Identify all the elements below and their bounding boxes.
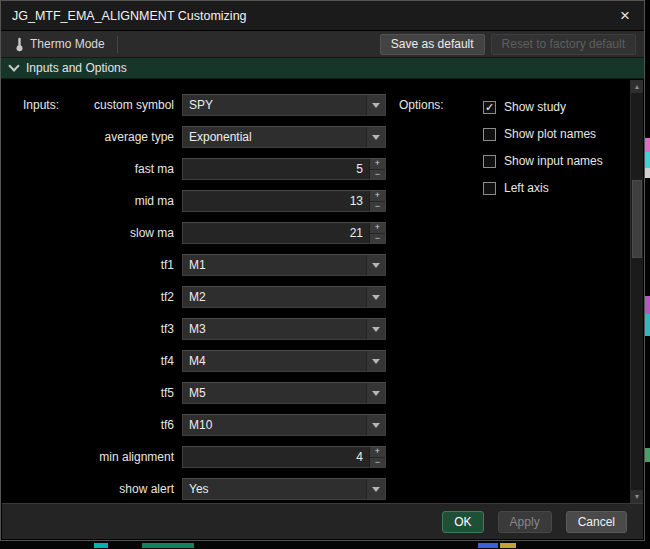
chevron-down-triangle xyxy=(372,103,380,108)
increment-button[interactable]: + xyxy=(370,447,385,457)
dropdown-show-alert[interactable]: Yes xyxy=(182,478,386,500)
form-row-mid-ma: mid ma13+− xyxy=(2,190,386,212)
dropdown-value: Yes xyxy=(183,479,366,499)
dropdown-tf2[interactable]: M2 xyxy=(182,286,386,308)
spinner-buttons: +− xyxy=(369,447,385,467)
input-label-tf1: tf1 xyxy=(2,258,182,272)
chart-edge-pixels xyxy=(645,314,650,336)
input-label-show-alert: show alert xyxy=(2,482,182,496)
save-as-default-button[interactable]: Save as default xyxy=(380,34,485,55)
spinner-value: 13 xyxy=(183,191,369,211)
form-row-tf5: tf5M5 xyxy=(2,382,386,404)
cancel-button[interactable]: Cancel xyxy=(566,511,627,533)
checkbox-checked-icon[interactable]: ✓ xyxy=(483,101,496,114)
input-label-mid-ma: mid ma xyxy=(2,194,182,208)
chevron-down-icon xyxy=(366,255,385,275)
dropdown-tf1[interactable]: M1 xyxy=(182,254,386,276)
increment-button[interactable]: + xyxy=(370,159,385,169)
thermometer-icon xyxy=(15,37,24,52)
dropdown-value: M5 xyxy=(183,383,366,403)
checkbox-unchecked-icon[interactable] xyxy=(483,182,496,195)
dropdown-tf6[interactable]: M10 xyxy=(182,414,386,436)
background-chart-bottom-edge xyxy=(0,541,650,549)
chevron-down-icon xyxy=(366,383,385,403)
section-header-inputs-and-options[interactable]: Inputs and Options xyxy=(1,58,644,79)
checkbox-label: Show input names xyxy=(504,154,603,168)
input-label-tf4: tf4 xyxy=(2,354,182,368)
dropdown-tf5[interactable]: M5 xyxy=(182,382,386,404)
close-icon[interactable]: × xyxy=(617,7,633,24)
checkbox-unchecked-icon[interactable] xyxy=(483,128,496,141)
form-row-tf2: tf2M2 xyxy=(2,286,386,308)
chart-edge-pixels xyxy=(645,296,650,314)
spinner-min-alignment[interactable]: 4+− xyxy=(182,446,386,468)
toolbar: Thermo Mode Save as default Reset to fac… xyxy=(1,31,644,58)
dropdown-tf3[interactable]: M3 xyxy=(182,318,386,340)
decrement-button[interactable]: − xyxy=(370,233,385,244)
form-row-tf6: tf6M10 xyxy=(2,414,386,436)
chevron-down-triangle xyxy=(372,327,380,332)
input-label-tf6: tf6 xyxy=(2,418,182,432)
checkbox-row-show-plot-names[interactable]: Show plot names xyxy=(483,123,603,145)
input-label-fast-ma: fast ma xyxy=(2,162,182,176)
chevron-down-triangle xyxy=(372,487,380,492)
increment-button[interactable]: + xyxy=(370,191,385,201)
chart-edge-pixels xyxy=(478,543,498,548)
decrement-button[interactable]: − xyxy=(370,169,385,180)
chevron-down-triangle xyxy=(372,359,380,364)
chevron-down-icon xyxy=(366,319,385,339)
input-label-custom-symbol: custom symbol xyxy=(2,98,182,112)
form-row-slow-ma: slow ma21+− xyxy=(2,222,386,244)
chevron-down-icon xyxy=(366,479,385,499)
checkbox-label: Show plot names xyxy=(504,127,596,141)
spinner-buttons: +− xyxy=(369,191,385,211)
form-row-fast-ma: fast ma5+− xyxy=(2,158,386,180)
footer-bar: OK Apply Cancel xyxy=(2,503,643,539)
dropdown-tf4[interactable]: M4 xyxy=(182,350,386,372)
chevron-down-icon xyxy=(366,351,385,371)
spinner-value: 21 xyxy=(183,223,369,243)
apply-button: Apply xyxy=(498,511,552,533)
chevron-down-triangle xyxy=(372,295,380,300)
form-row-tf1: tf1M1 xyxy=(2,254,386,276)
reset-to-factory-default-button: Reset to factory default xyxy=(491,34,636,55)
checkbox-label: Left axis xyxy=(504,181,549,195)
window-title: JG_MTF_EMA_ALIGNMENT Customizing xyxy=(12,9,617,23)
dropdown-value: SPY xyxy=(183,95,366,115)
spinner-value: 5 xyxy=(183,159,369,179)
checkbox-row-show-study[interactable]: ✓Show study xyxy=(483,96,603,118)
scrollbar-thumb[interactable] xyxy=(632,180,642,258)
spinner-slow-ma[interactable]: 21+− xyxy=(182,222,386,244)
scroll-up-icon[interactable]: ▲ xyxy=(631,80,643,93)
chart-edge-pixels xyxy=(645,138,650,152)
checkbox-unchecked-icon[interactable] xyxy=(483,155,496,168)
dropdown-custom-symbol[interactable]: SPY xyxy=(182,94,386,116)
options-list: ✓Show studyShow plot namesShow input nam… xyxy=(483,96,603,204)
checkbox-row-show-input-names[interactable]: Show input names xyxy=(483,150,603,172)
dropdown-average-type[interactable]: Exponential xyxy=(182,126,386,148)
decrement-button[interactable]: − xyxy=(370,457,385,468)
toolbar-divider xyxy=(117,36,118,53)
chevron-down-triangle xyxy=(372,135,380,140)
chevron-down-triangle xyxy=(372,423,380,428)
checkbox-label: Show study xyxy=(504,100,566,114)
chevron-down-icon xyxy=(366,127,385,147)
chevron-down-icon xyxy=(366,287,385,307)
form-row-tf3: tf3M3 xyxy=(2,318,386,340)
chevron-down-icon xyxy=(366,95,385,115)
spinner-fast-ma[interactable]: 5+− xyxy=(182,158,386,180)
dropdown-value: M4 xyxy=(183,351,366,371)
increment-button[interactable]: + xyxy=(370,223,385,233)
thermo-mode-label: Thermo Mode xyxy=(30,37,105,51)
section-header-label: Inputs and Options xyxy=(26,61,127,75)
checkbox-row-left-axis[interactable]: Left axis xyxy=(483,177,603,199)
background-chart-right-edge xyxy=(645,0,650,541)
titlebar[interactable]: JG_MTF_EMA_ALIGNMENT Customizing × xyxy=(1,1,644,31)
thermo-mode-button[interactable]: Thermo Mode xyxy=(9,35,111,54)
decrement-button[interactable]: − xyxy=(370,201,385,212)
vertical-scrollbar[interactable]: ▲ ▼ xyxy=(630,80,643,503)
ok-button[interactable]: OK xyxy=(442,511,483,533)
scroll-down-icon[interactable]: ▼ xyxy=(631,490,643,503)
spinner-mid-ma[interactable]: 13+− xyxy=(182,190,386,212)
form-row-show-alert: show alertYes xyxy=(2,478,386,500)
